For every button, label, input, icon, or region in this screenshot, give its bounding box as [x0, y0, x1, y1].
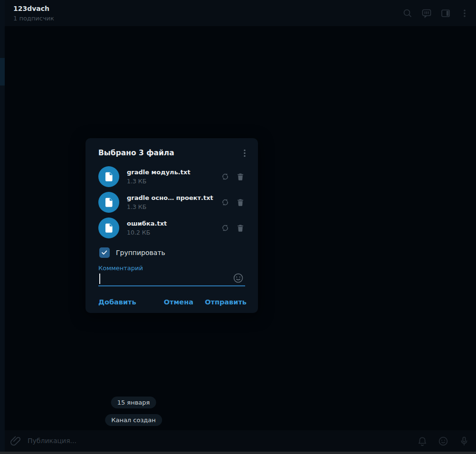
channel-subscribers: 1 подписчик: [13, 15, 54, 22]
file-row: ошибка.txt 10.2 КБ: [98, 215, 245, 241]
channel-title[interactable]: 123dvach: [13, 5, 49, 12]
delete-file-icon[interactable]: [236, 172, 245, 181]
dialog-buttons: Добавить Отмена Отправить: [86, 293, 258, 313]
file-name: ошибка.txt: [127, 220, 220, 227]
comment-field[interactable]: [98, 273, 245, 285]
comment-field-label: Комментарий: [98, 265, 143, 272]
group-checkbox[interactable]: [99, 247, 110, 258]
search-icon[interactable]: [402, 8, 413, 19]
paperclip-icon[interactable]: [10, 435, 22, 447]
chat-header: 123dvach 1 подписчик: [5, 0, 476, 26]
bell-icon[interactable]: [417, 435, 428, 447]
smiley-icon[interactable]: [438, 435, 449, 447]
emoji-picker-icon[interactable]: [232, 272, 244, 284]
group-option: Группировать: [99, 247, 165, 258]
composer-actions: [417, 435, 470, 447]
replace-file-icon[interactable]: [220, 172, 230, 181]
file-name: gradle осно… проект.txt: [127, 194, 220, 201]
file-actions: [220, 223, 245, 233]
file-size: 10.2 КБ: [127, 229, 220, 236]
document-icon: [98, 166, 119, 187]
replace-file-icon[interactable]: [220, 223, 230, 233]
file-actions: [220, 198, 245, 207]
dialog-title: Выбрано 3 файла: [98, 149, 174, 157]
file-row: gradle осно… проект.txt 1.3 КБ: [98, 189, 245, 215]
dialog-menu-kebab-icon[interactable]: [239, 148, 250, 159]
text-caret: [99, 274, 100, 284]
file-size: 1.3 КБ: [127, 178, 220, 185]
document-icon: [98, 218, 119, 238]
menu-kebab-icon[interactable]: [459, 8, 470, 19]
file-meta: gradle модуль.txt 1.3 КБ: [127, 169, 220, 185]
file-meta: ошибка.txt 10.2 КБ: [127, 220, 220, 236]
microphone-icon[interactable]: [458, 435, 470, 447]
comment-underline: [98, 285, 245, 286]
delete-file-icon[interactable]: [236, 223, 245, 233]
file-row: gradle модуль.txt 1.3 КБ: [98, 164, 245, 189]
replace-file-icon[interactable]: [220, 198, 230, 207]
comment-input[interactable]: [98, 273, 245, 285]
document-icon: [98, 192, 119, 213]
add-button[interactable]: Добавить: [98, 298, 136, 306]
delete-file-icon[interactable]: [236, 198, 245, 207]
comments-icon[interactable]: [421, 8, 432, 19]
window-bottom-edge: [0, 452, 476, 454]
selected-chat-edge[interactable]: [0, 58, 5, 85]
file-actions: [220, 172, 245, 181]
file-size: 1.3 КБ: [127, 203, 220, 210]
telegram-window: 123dvach 1 подписчик Выбрано 3 файла gra…: [0, 0, 476, 454]
file-meta: gradle осно… проект.txt 1.3 КБ: [127, 194, 220, 210]
message-composer: Публикация...: [5, 430, 476, 452]
composer-placeholder[interactable]: Публикация...: [28, 437, 76, 445]
sidebar-toggle-icon[interactable]: [440, 8, 451, 19]
send-button[interactable]: Отправить: [205, 298, 247, 306]
cancel-button[interactable]: Отмена: [164, 298, 193, 306]
send-files-dialog: Выбрано 3 файла gradle модуль.txt 1.3 КБ…: [86, 138, 258, 313]
group-checkbox-label[interactable]: Группировать: [116, 249, 165, 256]
channel-created-badge: Канал создан: [105, 414, 162, 426]
date-badge[interactable]: 15 января: [111, 397, 156, 408]
header-actions: [402, 8, 470, 19]
file-name: gradle модуль.txt: [127, 169, 220, 176]
